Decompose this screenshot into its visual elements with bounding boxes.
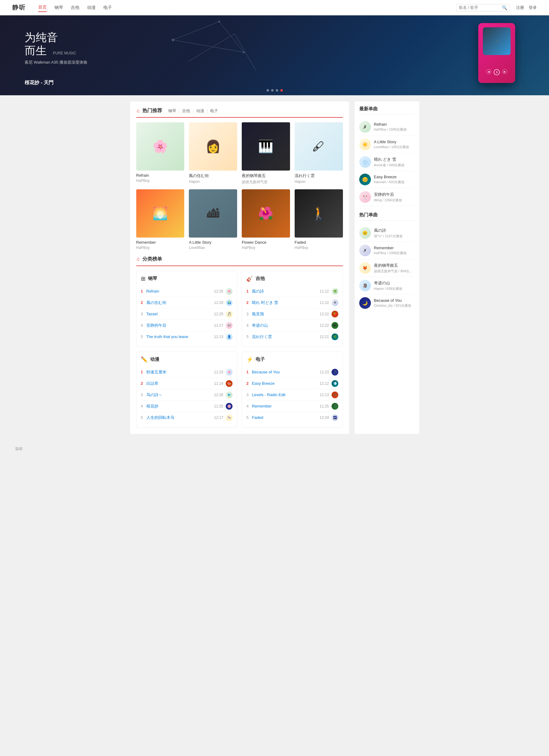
- hot-song-1[interactable]: 😐 風の詩 苗^v^ / 1167次播放: [359, 224, 415, 242]
- chart-electronic-icon: ⚡: [246, 356, 253, 363]
- song-title-4: 流れ行く雲: [295, 173, 343, 179]
- music-card-7[interactable]: 🌺 Flower Dance HaPBoy: [242, 189, 290, 250]
- svg-point-6: [218, 21, 220, 22]
- tab-anime[interactable]: 动漫: [196, 108, 204, 114]
- copyright-text: 版权: [15, 447, 23, 451]
- chart-piano-item-1[interactable]: 1 Refrain 12:26 🌸: [141, 286, 233, 297]
- chart-electronic-title: 电子: [255, 356, 265, 362]
- hot-recommend-header: ♫ 热门推荐 钢琴 | 吉他 | 动漫 | 电子: [136, 108, 343, 118]
- music-card-3[interactable]: 🎹 夜的钢琴曲五 超级无敌帅气笛: [242, 122, 290, 185]
- song-artist-8: HaPBoy: [295, 246, 343, 250]
- new-songs-title: 最新单曲: [359, 106, 415, 115]
- dot-2[interactable]: [271, 89, 273, 92]
- main-nav: 首页 钢琴 吉他 动漫 电子: [38, 3, 456, 12]
- hot-song-5[interactable]: 🌙 Because of You Octobse_ldy / 821次播放: [359, 294, 415, 312]
- svg-line-2: [173, 40, 244, 52]
- chart-piano-item-5[interactable]: 5 The truth that you leave 12:13 👤: [141, 331, 233, 342]
- chart-piano-item-4[interactable]: 4 安静的午后 11:17 🎶: [141, 320, 233, 331]
- hot-recommend-icon: ♫: [136, 108, 140, 114]
- hot-song-4[interactable]: 🗿 奇迹の山 Hapon / 838次播放: [359, 277, 415, 294]
- song-title-5: Remember: [136, 240, 184, 245]
- hot-recommend-title: 热门推荐: [142, 108, 162, 114]
- search-input[interactable]: [459, 5, 502, 10]
- song-title-7: Flower Dance: [242, 240, 290, 245]
- song-title-1: Refrain: [136, 173, 184, 178]
- chart-piano-item-3[interactable]: 3 Tassel 12:25 🎵: [141, 309, 233, 320]
- nav-home[interactable]: 首页: [38, 3, 47, 12]
- chart-anime-item-1[interactable]: 1 秒速五厘米 11:23 🌸: [141, 367, 233, 378]
- tab-divider-3: |: [207, 108, 208, 113]
- main-content: ♫ 热门推荐 钢琴 | 吉他 | 动漫 | 电子 🌸 Refrain: [127, 101, 422, 434]
- chart-anime: ✏️ 动漫 1 秒速五厘米 11:23 🌸 2 白詰草 11:14: [136, 352, 237, 428]
- chart-guitar-item-3[interactable]: 3 風見鶏 12:22 🍓: [246, 309, 338, 320]
- music-card-5[interactable]: 🌅 Remember HaPBoy: [136, 189, 184, 250]
- left-panel: ♫ 热门推荐 钢琴 | 吉他 | 动漫 | 电子 🌸 Refrain: [130, 101, 349, 434]
- chart-guitar-item-4[interactable]: 4 奇迹の山 12:22 🏔: [246, 320, 338, 331]
- chart-electronic-item-2[interactable]: 2 Easy Breeze 11:12 💨: [246, 378, 338, 389]
- right-panel: 最新单曲 ✗ Refrain HaPBoy / 1595次播放 ☀️ A Lit…: [355, 101, 419, 434]
- chart-electronic-item-5[interactable]: 5 Faded 12:24 🌌: [246, 412, 338, 423]
- chart-guitar: 🎸 吉他 1 風の詩 11:12 🌿 2 晴れ 时どき 雪 11:2: [242, 271, 343, 347]
- hot-song-2[interactable]: ✗ Remember HaPBoy / 1008次播放: [359, 242, 415, 259]
- nav-piano[interactable]: 钢琴: [54, 5, 63, 10]
- tab-guitar[interactable]: 吉他: [182, 108, 190, 114]
- chart-anime-item-3[interactable]: 3 鸟の詩～ 12:26 🐦: [141, 389, 233, 401]
- new-song-2[interactable]: ☀️ A Little Story LoveMiao / 1052次播放: [359, 136, 415, 153]
- chart-piano: ⊞ 钢琴 1 Refrain 12:26 🌸 2 風の住む街 12:2: [136, 271, 237, 347]
- music-card-2[interactable]: 👩 風の住む街 Hapon: [189, 122, 237, 185]
- song-title-6: A Little Story: [189, 240, 237, 245]
- chart-anime-item-4[interactable]: 4 桜花抄 11:25 🌸: [141, 401, 233, 412]
- login-button[interactable]: 登录: [529, 5, 537, 10]
- tab-piano[interactable]: 钢琴: [168, 108, 176, 114]
- chart-piano-item-2[interactable]: 2 風の住む街 12:20 🌍: [141, 297, 233, 309]
- music-card-4[interactable]: 🖋 流れ行く雲 Hapon: [295, 122, 343, 185]
- new-song-1[interactable]: ✗ Refrain HaPBoy / 1595次播放: [359, 118, 415, 136]
- chart-guitar-item-5[interactable]: 5 流れ行く雲 12:21 🌿: [246, 331, 338, 342]
- hot-songs-title: 热门单曲: [359, 212, 415, 221]
- search-icon[interactable]: 🔍: [502, 5, 507, 10]
- music-card-8[interactable]: 🚶 Faded HaPBoy: [295, 189, 343, 250]
- chart-electronic-item-4[interactable]: 4 Remember 11:25 🎵: [246, 401, 338, 412]
- nav-guitar[interactable]: 吉他: [71, 5, 79, 10]
- header: 静听 首页 钢琴 吉他 动漫 电子 🔍 注册 登录: [0, 0, 549, 15]
- chart-anime-item-2[interactable]: 2 白詰草 11:14 🍉: [141, 378, 233, 389]
- chart-electronic-item-3[interactable]: 3 Levels - Radio Edit 12:13 🎶: [246, 389, 338, 401]
- music-card-6[interactable]: 🏙 A Little Story LoveMiao: [189, 189, 237, 250]
- chart-section: ♫ 分类榜单 ⊞ 钢琴 1 Refrain 12:26: [136, 256, 343, 428]
- chart-anime-icon: ✏️: [141, 356, 148, 363]
- song-title-8: Faded: [295, 240, 343, 245]
- svg-line-3: [188, 34, 235, 61]
- nav-electronic[interactable]: 电子: [103, 5, 112, 10]
- footer: 版权: [0, 440, 549, 458]
- banner-song: 桜花抄 - 天門: [25, 80, 53, 86]
- svg-line-0: [173, 22, 219, 40]
- svg-line-1: [219, 22, 244, 52]
- dot-3[interactable]: [276, 89, 278, 92]
- song-artist-2: Hapon: [189, 179, 237, 184]
- chart-piano-icon: ⊞: [141, 275, 145, 282]
- tab-divider-1: |: [179, 108, 180, 113]
- new-song-3[interactable]: ❄️ 晴れ どき 雪 Annie雀 / 349次播放: [359, 153, 415, 171]
- dot-1[interactable]: [266, 89, 269, 92]
- banner-title: 为纯音 而生 PURE MUSIC: [25, 31, 87, 57]
- chart-electronic-item-1[interactable]: 1 Because of You 11:23 🎵: [246, 367, 338, 378]
- music-card-1[interactable]: 🌸 Refrain HaPBoy: [136, 122, 184, 185]
- song-artist-6: LoveMiao: [189, 246, 237, 250]
- new-song-4[interactable]: 😊 Easy Breeze Hannah / 420次播放: [359, 171, 415, 188]
- music-grid: 🌸 Refrain HaPBoy 👩 風の住む街 Hapon 🎹 夜的钢琴曲五 …: [136, 122, 343, 250]
- hot-songs-section: 热门单曲 😐 風の詩 苗^v^ / 1167次播放 ✗ Remember HaP…: [359, 212, 415, 312]
- dot-4[interactable]: [280, 89, 283, 92]
- tab-electronic[interactable]: 电子: [210, 108, 218, 114]
- hot-song-3[interactable]: 🦊 夜的钢琴曲五 超级无敌帅气笛 / 864次播放: [359, 259, 415, 277]
- chart-anime-item-5[interactable]: 5 人生的回転木马 12:17 🎠: [141, 412, 233, 423]
- chart-guitar-item-2[interactable]: 2 晴れ 时どき 雪 11:22 ❄: [246, 297, 338, 309]
- song-artist-7: HaPBoy: [242, 246, 290, 250]
- new-song-5[interactable]: 🎌 安静的午后 Wing / 1356次播放: [359, 188, 415, 206]
- nav-anime[interactable]: 动漫: [87, 5, 96, 10]
- song-title-3: 夜的钢琴曲五: [242, 173, 290, 179]
- banner-content: 为纯音 而生 PURE MUSIC 索尼 Walkman A35 播放器深度体验: [25, 31, 87, 65]
- search-box: 🔍: [456, 4, 510, 11]
- register-button[interactable]: 注册: [516, 5, 524, 10]
- chart-guitar-item-1[interactable]: 1 風の詩 11:12 🌿: [246, 286, 338, 297]
- hot-recommend-section: ♫ 热门推荐 钢琴 | 吉他 | 动漫 | 电子 🌸 Refrain: [136, 108, 343, 250]
